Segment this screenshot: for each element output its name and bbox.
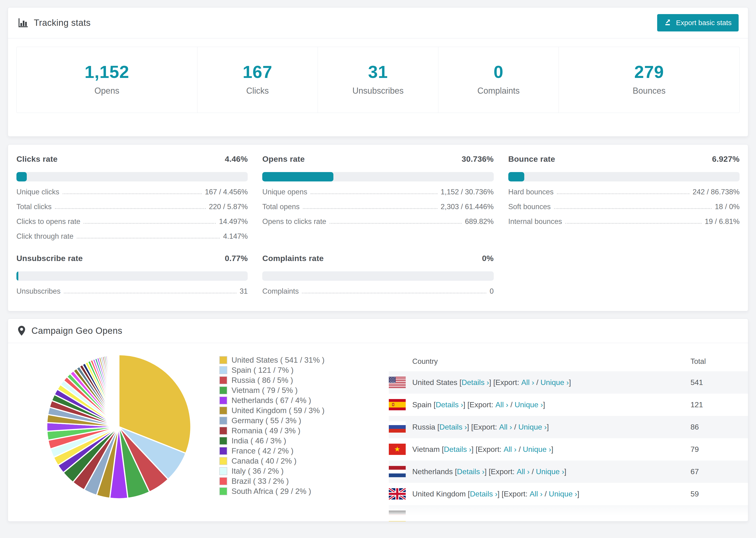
legend-item-france[interactable]: France ( 42 / 2% ) [219,446,324,456]
flag-nl-icon [389,466,406,477]
bracket: ] [543,401,545,409]
export-all-link[interactable]: All › [530,490,543,498]
legend-swatch [219,477,227,485]
pie-slice-other[interactable] [118,355,119,427]
export-all-link[interactable]: All › [521,378,534,387]
country-cell: United States [Details ›] [Export: All ›… [412,371,571,394]
progress-bar [17,172,248,182]
table-row-partial [389,505,748,521]
legend-item-spain[interactable]: Spain ( 121 / 7% ) [219,365,324,375]
legend-item-brazil[interactable]: Brazil ( 33 / 2% ) [219,476,324,486]
legend-swatch [219,447,227,455]
legend-item-netherlands[interactable]: Netherlands ( 67 / 4% ) [219,395,324,405]
export-prefix: Export: [491,467,516,476]
stat-label: Opens [17,86,197,96]
legend-label: United States ( 541 / 31% ) [232,355,324,364]
metric-value: 2,303 / 61.446% [441,202,494,211]
metric-label: Click through rate [17,232,74,241]
details-link[interactable]: Details › [470,490,497,498]
legend-item-italy[interactable]: Italy ( 36 / 2% ) [219,466,324,476]
legend-item-united-kingdom[interactable]: United Kingdom ( 59 / 3% ) [219,405,324,415]
export-unique-link[interactable]: Unique › [523,445,551,454]
export-unique-link[interactable]: Unique › [540,378,569,387]
total-cell: 121 [690,394,703,416]
rate-panel-head: Bounce rate6.927% [508,154,739,164]
export-all-link[interactable]: All › [495,401,508,409]
stat-label: Complaints [438,86,559,96]
flag-us-icon [389,377,406,388]
metric-label: Opens to clicks rate [262,217,326,226]
export-unique-link[interactable]: Unique › [536,467,564,476]
legend-item-vietnam[interactable]: Vietnam ( 79 / 5% ) [219,385,324,395]
legend-item-united-states[interactable]: United States ( 541 / 31% ) [219,355,324,365]
rate-panel-clicks-rate: Clicks rate4.46%Unique clicks167 / 4.456… [17,154,248,241]
country-name: Netherlands [412,467,455,476]
summary-stats-wrap: 1,152Opens167Clicks31Unsubscribes0Compla… [8,38,748,136]
dotted-leader [330,223,462,224]
bracket: ] [ [463,401,469,409]
rates-card: Clicks rate4.46%Unique clicks167 / 4.456… [8,144,748,311]
bracket: ] [ [485,467,491,476]
export-all-link[interactable]: All › [504,445,516,454]
total-cell: 541 [690,371,703,394]
details-link[interactable]: Details › [461,378,489,387]
legend-swatch [219,427,227,435]
legend-swatch [219,417,227,425]
metric-rows: Unique opens1,152 / 30.736%Total opens2,… [262,188,494,226]
table-row-spain: Spain [Details ›] [Export: All › / Uniqu… [389,394,748,416]
bracket: ] [577,490,579,498]
geo-pie-chart[interactable] [37,345,201,509]
details-link[interactable]: Details › [444,445,471,454]
dotted-leader [55,208,206,209]
metric-row: Internal bounces19 / 6.81% [508,217,739,226]
bracket: ] [569,378,571,387]
export-icon [664,18,672,28]
export-all-link[interactable]: All › [517,467,530,476]
export-all-link[interactable]: All › [499,423,512,431]
legend-item-germany[interactable]: Germany ( 55 / 3% ) [219,415,324,426]
table-row-russia: Russia [Details ›] [Export: All › / Uniq… [389,416,748,438]
total-cell: 79 [690,438,699,460]
bracket: [ [437,423,440,431]
metric-row: Total opens2,303 / 61.446% [262,202,494,211]
legend-label: Canada ( 40 / 2% ) [232,457,297,465]
country-cell: Vietnam [Details ›] [Export: All › / Uni… [412,438,553,460]
export-unique-link[interactable]: Unique › [549,490,577,498]
table-row-united-kingdom: United Kingdom [Details ›] [Export: All … [389,483,748,505]
export-basic-stats-button[interactable]: Export basic stats [657,14,739,31]
geo-header: Campaign Geo Opens [8,319,748,343]
details-link[interactable]: Details › [457,467,484,476]
metric-label: Complaints [262,287,298,296]
stat-value: 31 [318,62,438,82]
metric-value: 0 [490,287,494,296]
metric-label: Unique opens [262,188,307,196]
metric-value: 19 / 6.81% [705,217,739,226]
metric-row: Hard bounces242 / 86.738% [508,188,739,196]
legend-swatch [219,457,227,465]
metric-label: Unsubscribes [17,287,61,296]
legend-item-canada[interactable]: Canada ( 40 / 2% ) [219,456,324,466]
legend-item-romania[interactable]: Romania ( 49 / 3% ) [219,426,324,436]
metric-value: 18 / 0% [715,202,739,211]
metric-rows: Unique clicks167 / 4.456%Total clicks220… [17,188,248,241]
table-row-united-states: United States [Details ›] [Export: All ›… [389,371,748,394]
metric-row: Click through rate4.147% [17,232,248,241]
dotted-leader [63,193,202,194]
legend-label: Vietnam ( 79 / 5% ) [232,386,298,395]
metric-rows: Hard bounces242 / 86.738%Soft bounces18 … [508,188,739,226]
rate-panel-head: Unsubscribe rate0.77% [17,254,248,263]
legend-item-india[interactable]: India ( 46 / 3% ) [219,436,324,446]
details-link[interactable]: Details › [436,401,463,409]
details-link[interactable]: Details › [440,423,467,431]
legend-item-russia[interactable]: Russia ( 86 / 5% ) [219,375,324,385]
legend-label: Russia ( 86 / 5% ) [232,376,293,385]
country-cell: Russia [Details ›] [Export: All › / Uniq… [412,416,549,438]
export-unique-link[interactable]: Unique › [514,401,543,409]
country-cell: Netherlands [Details ›] [Export: All › /… [412,460,566,483]
export-unique-link[interactable]: Unique › [518,423,547,431]
metric-row: Clicks to opens rate14.497% [17,217,248,226]
legend-item-south-africa[interactable]: South Africa ( 29 / 2% ) [219,486,324,496]
metric-label: Internal bounces [508,217,562,226]
metric-label: Clicks to opens rate [17,217,80,226]
separator: / [543,490,549,498]
